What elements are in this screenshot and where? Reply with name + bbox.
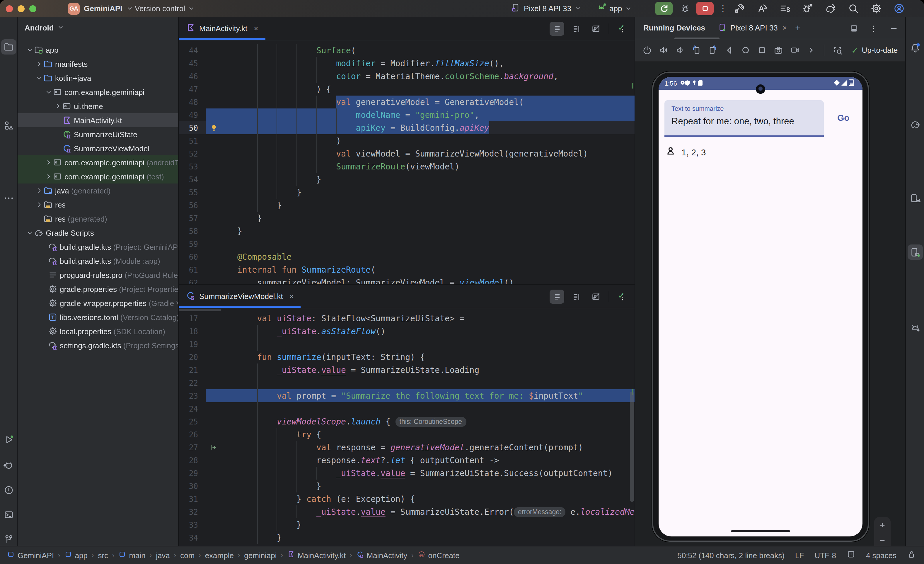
code-line-62[interactable]: 62 summarizeViewModel: SummarizeViewMode… <box>179 276 634 284</box>
inspections-ok-icon[interactable]: ✓ <box>618 290 625 301</box>
tool-window-button-project[interactable] <box>1 39 16 54</box>
code-line-19[interactable]: 19 <box>179 338 634 350</box>
chevron-down-icon[interactable] <box>26 46 34 54</box>
tree-item-gradle-wrapper-properties[interactable]: gradle-wrapper.properties (Gradle Versio… <box>18 296 178 310</box>
breadcrumb-example[interactable]: example <box>205 551 234 559</box>
line-separator-widget[interactable]: LF <box>795 551 804 559</box>
code-line-58[interactable]: 58} <box>179 224 634 238</box>
gesture-navigation-pill[interactable] <box>731 530 790 532</box>
breadcrumb-com[interactable]: com <box>180 551 195 559</box>
code-line-30[interactable]: 30 } <box>179 480 634 492</box>
emulator-rotate-right-icon[interactable] <box>705 43 720 57</box>
code-line-32[interactable]: 32 _uiState.value = SummarizeUiState.Err… <box>179 505 634 518</box>
account-icon[interactable] <box>891 2 906 15</box>
emulator-rotate-left-icon[interactable] <box>689 43 703 57</box>
build-icon[interactable] <box>731 2 747 15</box>
emulator-volume-down-icon[interactable] <box>673 43 687 57</box>
chevron-right-icon[interactable] <box>45 158 53 167</box>
close-tab-icon[interactable]: × <box>254 24 258 33</box>
breadcrumb-mainactivity-kt[interactable]: MainActivity.kt <box>287 550 346 560</box>
code-line-55[interactable]: 55 } <box>179 186 634 199</box>
breadcrumb-oncreate[interactable]: monCreate <box>418 550 460 560</box>
tool-window-button-version-control[interactable] <box>1 532 16 547</box>
code-line-21[interactable]: 21 _uiState.value = SummarizeUiState.Loa… <box>179 364 634 376</box>
intention-bulb-icon[interactable] <box>206 121 222 134</box>
editor-no-preview-icon[interactable] <box>588 290 603 304</box>
project-widget[interactable]: GA GeminiAPI <box>68 3 133 14</box>
panel-options-kebab-icon[interactable]: ⋮ <box>867 21 880 35</box>
tree-item-summarizeviewmodel[interactable]: SummarizeViewModel <box>18 141 178 155</box>
code-line-18[interactable]: 18 _uiState.asStateFlow() <box>179 325 634 338</box>
code-line-23[interactable]: 23 val prompt = "Summarize the following… <box>179 389 634 402</box>
tab-summarizeviewmodel[interactable]: SummarizeViewModel.kt × <box>179 285 301 308</box>
tree-item-java[interactable]: java (generated) <box>18 183 178 198</box>
indent-widget[interactable]: 4 spaces <box>866 551 897 559</box>
tool-window-button-gemini[interactable] <box>907 319 922 335</box>
zoom-in-button[interactable]: + <box>880 521 885 529</box>
device-selector[interactable]: Pixel 8 API 33 <box>511 0 581 17</box>
inspections-ok-icon[interactable]: ✓ <box>618 22 625 33</box>
zoom-window-button[interactable] <box>29 5 36 12</box>
hide-panel-icon[interactable] <box>886 21 901 35</box>
tree-item-gradle-scripts[interactable]: Gradle Scripts <box>18 226 178 240</box>
search-icon[interactable] <box>846 2 861 15</box>
device-tab-pixel8[interactable]: Pixel 8 API 33 × <box>718 23 787 33</box>
emulator-power-icon[interactable] <box>640 43 654 57</box>
editor-layout-list-icon[interactable] <box>550 290 564 304</box>
tree-item-ui-theme[interactable]: ui.theme <box>18 99 178 113</box>
code-line-59[interactable]: 59 <box>179 238 634 250</box>
code-line-56[interactable]: 56 } <box>179 199 634 212</box>
code-line-44[interactable]: 44 Surface( <box>179 44 634 57</box>
emulator-camera-icon[interactable] <box>771 43 785 57</box>
code-line-60[interactable]: 60@Composable <box>179 250 634 263</box>
add-device-icon[interactable]: + <box>795 23 801 33</box>
code-line-51[interactable]: 51 ) <box>179 134 634 147</box>
zoom-out-button[interactable]: − <box>880 537 885 544</box>
code-line-34[interactable]: 34 } <box>179 531 634 544</box>
chevron-right-icon[interactable] <box>35 186 44 195</box>
code-line-33[interactable]: 33 } <box>179 518 634 531</box>
go-button[interactable]: Go <box>837 113 850 123</box>
code-line-46[interactable]: 46 color = MaterialTheme.colorScheme.bac… <box>179 70 634 83</box>
code-line-28[interactable]: 28 response.text?.let { outputContent -> <box>179 454 634 467</box>
emulator-home-icon[interactable] <box>738 43 752 57</box>
code-line-26[interactable]: 26 try { <box>179 428 634 441</box>
close-device-tab-icon[interactable]: × <box>783 23 787 32</box>
tree-item-kotlin-java[interactable]: kotlin+java <box>18 71 178 85</box>
code-line-49[interactable]: 49 modelName = "gemini-pro", <box>179 108 634 121</box>
emulator-record-icon[interactable] <box>788 43 801 57</box>
tree-item-mainactivity-kt[interactable]: MainActivity.kt <box>18 113 178 127</box>
logcat-tool-icon[interactable] <box>777 2 792 15</box>
code-line-17[interactable]: 17 val uiState: StateFlow<SummarizeUiSta… <box>179 312 634 325</box>
tree-item-com-example-geminiapi[interactable]: com.example.geminiapi (test) <box>18 170 178 183</box>
breadcrumb-main[interactable]: main <box>118 550 145 560</box>
main-menu-version-control[interactable]: Version control <box>135 0 195 17</box>
tool-window-button-terminal[interactable] <box>1 507 16 522</box>
tool-window-button-logcat[interactable] <box>1 458 16 473</box>
breadcrumb-src[interactable]: src <box>98 551 108 559</box>
emulator-screenshot-icon[interactable] <box>830 43 844 57</box>
chevron-down-icon[interactable] <box>45 88 53 96</box>
chevron-down-icon[interactable] <box>26 229 34 237</box>
tool-window-button-resource-manager[interactable] <box>1 118 16 133</box>
minimize-window-button[interactable] <box>18 5 25 12</box>
tree-item-app[interactable]: app <box>18 43 178 57</box>
editor-layout-split-icon[interactable] <box>569 22 584 36</box>
breadcrumb-java[interactable]: java <box>156 551 170 559</box>
close-tab-icon[interactable]: × <box>290 292 294 301</box>
ai-actions-icon[interactable] <box>754 2 770 15</box>
inspection-highlight-icon[interactable] <box>847 550 855 561</box>
debug-button[interactable] <box>677 2 693 15</box>
vertical-scrollbar[interactable] <box>630 392 634 502</box>
emulator-overview-icon[interactable] <box>754 43 769 57</box>
breadcrumb-mainactivity[interactable]: MainActivity <box>356 550 408 560</box>
code-line-47[interactable]: 47 ) { <box>179 83 634 96</box>
tool-window-button-running-devices[interactable] <box>907 245 922 260</box>
tab-mainactivity[interactable]: MainActivity.kt × <box>179 17 265 40</box>
tree-item-summarizeuistate[interactable]: SummarizeUiState <box>18 127 178 141</box>
project-view-selector[interactable]: Android <box>18 17 178 38</box>
code-line-61[interactable]: 61internal fun SummarizeRoute( <box>179 263 634 276</box>
code-line-25[interactable]: 25 viewModelScope.launch { this: Corouti… <box>179 415 634 428</box>
code-line-48[interactable]: 48 val generativeModel = GenerativeModel… <box>179 96 634 108</box>
tree-item-res[interactable]: res <box>18 198 178 212</box>
